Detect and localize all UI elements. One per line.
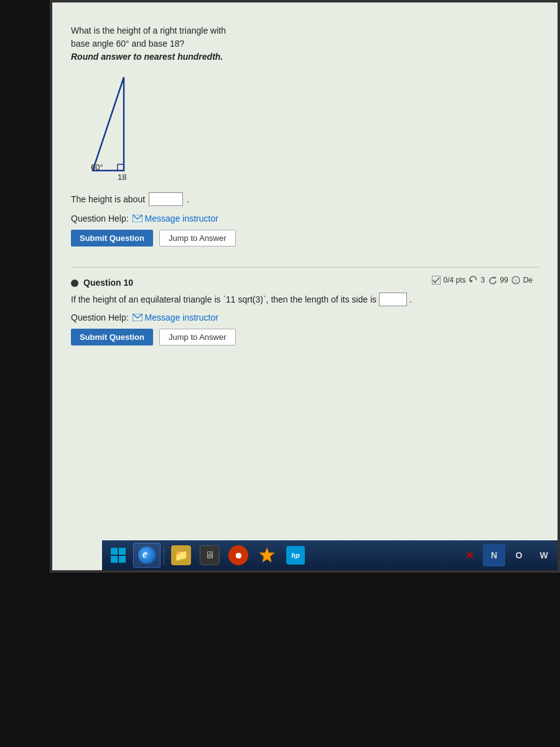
undo-icon: [469, 276, 478, 284]
button-row-9: Submit Question Jump to Answer: [71, 230, 539, 247]
svg-marker-13: [259, 548, 274, 562]
question-9: What is the height of a right triangle w…: [71, 15, 539, 262]
tray-o-icon[interactable]: O: [508, 544, 530, 566]
de-label: De: [523, 276, 533, 284]
jump-to-answer-10[interactable]: Jump to Answer: [159, 329, 236, 345]
mail-icon-9: [133, 215, 142, 222]
question-10: Question 10 0/4 pts 3: [71, 273, 539, 360]
media-button[interactable]: ⏺: [225, 543, 252, 568]
answer-input-9[interactable]: [149, 192, 183, 206]
q10-text: If the height of an equilateral triangle…: [71, 293, 376, 306]
question-10-label: Question 10: [83, 278, 133, 288]
svg-marker-0: [93, 77, 124, 171]
svg-rect-10: [119, 548, 126, 555]
star-icon: [258, 547, 276, 564]
message-instructor-link-9[interactable]: Message instructor: [133, 214, 218, 223]
screen-content: What is the height of a right triangle w…: [52, 2, 558, 570]
star-button[interactable]: [253, 543, 281, 568]
page-area: What is the height of a right triangle w…: [52, 2, 558, 570]
base-label: 18: [118, 172, 126, 182]
score-value: 0/4 pts: [444, 276, 466, 284]
score-checkbox-icon: [432, 276, 441, 284]
tray-n-icon[interactable]: N: [483, 544, 505, 566]
submit-question-9[interactable]: Submit Question: [71, 230, 153, 247]
retry-icon: [488, 276, 497, 284]
ie-logo-icon: [138, 547, 156, 564]
bottom-area: [0, 573, 560, 747]
angle-label: 60°: [91, 162, 103, 172]
question-10-body: If the height of an equilateral triangle…: [71, 293, 539, 306]
question-help-9: Question Help: Message instructor: [71, 214, 539, 223]
help-label-9: Question Help:: [71, 214, 129, 223]
internet-explorer-button[interactable]: [133, 543, 161, 568]
system-tray: ✕ N O W: [458, 544, 555, 566]
tray-x-icon[interactable]: ✕: [458, 544, 480, 566]
svg-rect-11: [111, 556, 118, 563]
answer-suffix: .: [187, 194, 189, 204]
undo-count: 3: [481, 276, 485, 284]
hp-button[interactable]: hp: [282, 543, 309, 568]
submit-question-10[interactable]: Submit Question: [71, 329, 153, 345]
media-icon: ⏺: [228, 545, 248, 565]
tray-w-icon[interactable]: W: [533, 544, 555, 566]
question-9-text: What is the height of a right triangle w…: [71, 24, 539, 63]
divider: [71, 267, 539, 268]
answer-line: The height is about .: [71, 192, 539, 206]
taskbar: 📁 🖥 ⏺ hp: [102, 540, 558, 570]
hp-logo-icon: hp: [286, 546, 305, 565]
bullet-dot-10: [71, 280, 78, 287]
svg-text:i: i: [515, 278, 516, 284]
help-label-10: Question Help:: [71, 312, 129, 322]
message-instructor-link-10[interactable]: Message instructor: [133, 312, 218, 322]
svg-rect-9: [111, 548, 118, 555]
windows-logo-icon: [110, 547, 127, 564]
mail-icon-10: [133, 314, 142, 321]
svg-rect-12: [119, 556, 126, 563]
question-help-10: Question Help: Message instructor: [71, 312, 539, 322]
jump-to-answer-9[interactable]: Jump to Answer: [159, 230, 236, 247]
info-icon: i: [511, 276, 520, 284]
answer-prefix: The height is about: [71, 194, 145, 204]
svg-rect-1: [118, 164, 124, 171]
windows-start-button[interactable]: [105, 543, 132, 568]
taskbar-separator-1: [164, 546, 164, 565]
retry-count: 99: [500, 276, 508, 284]
display-icon: 🖥: [200, 545, 220, 565]
file-manager-button[interactable]: 📁: [167, 543, 195, 568]
display-button[interactable]: 🖥: [196, 543, 223, 568]
triangle-diagram: 60° 18: [83, 71, 170, 183]
monitor-outer: What is the height of a right triangle w…: [50, 0, 560, 573]
answer-input-10[interactable]: [379, 293, 407, 306]
file-manager-icon: 📁: [171, 545, 191, 565]
button-row-10: Submit Question Jump to Answer: [71, 329, 539, 345]
score-area-10: 0/4 pts 3 99 i: [432, 276, 533, 284]
